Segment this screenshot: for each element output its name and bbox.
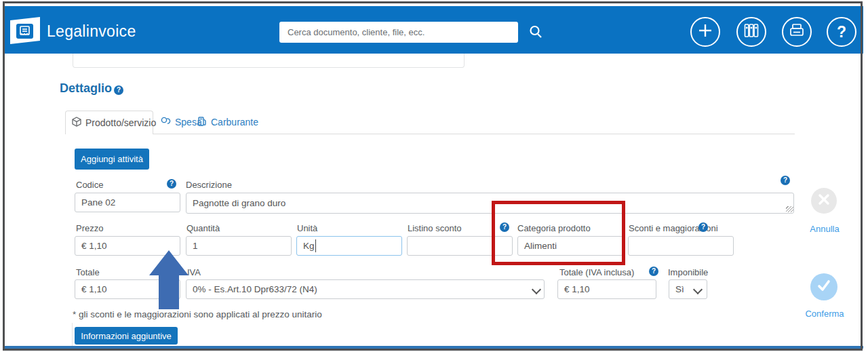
search-input[interactable] (279, 22, 518, 43)
totale-iva-inclusa-input[interactable] (557, 279, 656, 299)
binders-icon (743, 22, 760, 41)
iva-label: IVA (187, 267, 201, 277)
search-icon[interactable] (528, 24, 543, 42)
tab-spesa[interactable]: Spesa (161, 114, 202, 130)
discount-note: * gli sconti e le maggiorazioni sono app… (73, 309, 322, 319)
descrizione-help-icon[interactable]: ? (781, 176, 790, 185)
tab-label: Carburante (211, 117, 258, 128)
question-icon: ? (837, 23, 846, 41)
printer-icon (789, 22, 805, 41)
textarea-resize-handle[interactable] (786, 206, 793, 212)
cancel-label[interactable]: Annulla (800, 224, 849, 234)
confirm-label[interactable]: Conferma (799, 309, 850, 319)
unita-label: Unità (297, 223, 317, 233)
cancel-button[interactable] (811, 188, 837, 214)
check-icon (816, 278, 831, 296)
plus-icon (698, 23, 713, 41)
help-button[interactable]: ? (827, 17, 856, 47)
totale-iva-inclusa-label: Totale (IVA inclusa) (559, 267, 634, 277)
tab-carburante[interactable]: Carburante (197, 114, 258, 130)
close-icon (817, 193, 831, 209)
new-document-button[interactable] (690, 17, 720, 47)
categoria-prodotto-input[interactable] (517, 236, 623, 256)
codice-help-icon[interactable]: ? (167, 179, 176, 189)
bottom-rule (5, 346, 863, 349)
additional-info-button[interactable]: Informazioni aggiuntive (75, 327, 178, 345)
totale-label: Totale (76, 267, 100, 277)
section-divider (72, 323, 73, 346)
archive-button[interactable] (736, 17, 766, 47)
listino-sconto-label: Listino sconto (408, 223, 462, 233)
tabbar-divider (65, 134, 795, 134)
add-activity-button[interactable]: Aggiungi attività (75, 149, 149, 170)
legalinvoice-logo-icon (10, 17, 40, 44)
confirm-button[interactable] (810, 273, 837, 300)
listino-sconto-input[interactable] (407, 236, 513, 256)
sconti-maggiorazioni-input[interactable] (628, 236, 734, 256)
categoria-help-icon[interactable]: ? (500, 222, 509, 232)
previous-section-card-bottom (73, 54, 465, 68)
cube-icon (72, 117, 81, 129)
codice-label: Codice (76, 180, 103, 190)
dettaglio-help-icon[interactable]: ? (114, 85, 123, 95)
totale-iva-help-icon[interactable]: ? (649, 267, 658, 276)
prezzo-input[interactable] (75, 236, 180, 256)
unita-input[interactable] (296, 236, 402, 256)
iva-select[interactable]: 0% - Es.Art.10 Dpr633/72 (N4) (186, 279, 545, 299)
totale-input[interactable] (75, 279, 180, 299)
page-title: Dettaglio (60, 81, 112, 96)
coins-icon (161, 117, 171, 128)
brand-name: Legalinvoice (47, 22, 136, 41)
tab-prodotto-servizio[interactable]: Prodotto/servizio (65, 111, 153, 134)
fuel-pump-icon (197, 116, 207, 128)
prezzo-label: Prezzo (76, 223, 103, 233)
imponibile-select[interactable]: Sì (669, 279, 707, 299)
text-cursor (315, 239, 316, 252)
quantita-input[interactable] (186, 236, 292, 256)
sconti-help-icon[interactable]: ? (698, 222, 708, 232)
tab-label: Prodotto/servizio (85, 117, 156, 128)
codice-input[interactable] (75, 193, 180, 212)
imponibile-label: Imponibile (668, 267, 708, 277)
descrizione-label: Descrizione (186, 180, 232, 190)
quantita-label: Quantità (186, 223, 220, 233)
app-header: Legalinvoice (5, 6, 863, 54)
categoria-prodotto-label: Categoria prodotto (517, 223, 591, 233)
print-button[interactable] (782, 17, 812, 47)
descrizione-textarea[interactable]: Pagnotte di grano duro (186, 193, 794, 214)
